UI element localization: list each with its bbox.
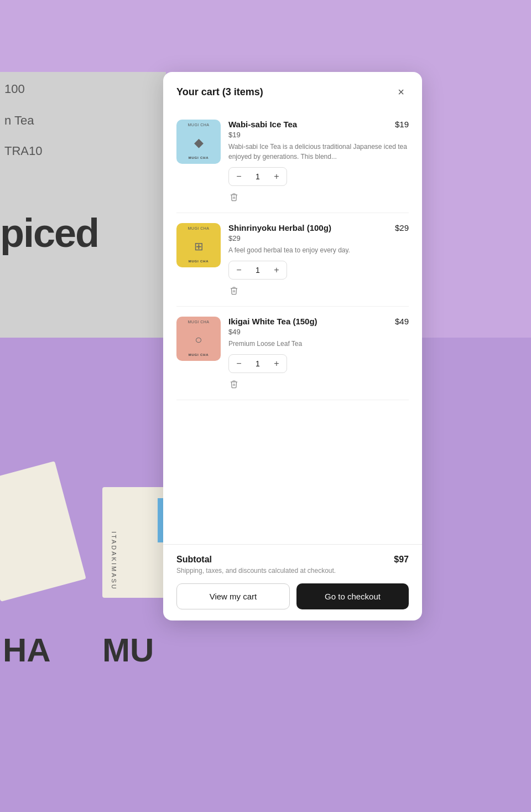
subtotal-label: Subtotal (176, 555, 212, 565)
cart-item: MUGI CHA ⊞ MUGI CHA Shinrinyoku Herbal (… (176, 213, 409, 307)
subtotal-amount: $97 (394, 555, 409, 565)
qty-increase-3[interactable]: + (267, 355, 287, 373)
bg-text-spiced: piced (0, 210, 98, 256)
item-details-1: Wabi-sabi Ice Tea $19 $19 Wabi-sabi Ice … (228, 120, 409, 203)
pkg-label-3: MUGI CHA (188, 320, 210, 324)
bg-text-tra10: TRA10 (4, 144, 42, 158)
quantity-control-1: − 1 + (228, 167, 287, 186)
item-name-3: Ikigai White Tea (150g) (228, 317, 317, 326)
item-price-sub-3: $49 (228, 328, 409, 336)
qty-decrease-2[interactable]: − (229, 261, 249, 279)
bg-ha-text: HA (3, 631, 51, 669)
item-name-row-2: Shinrinyoku Herbal (100g) $29 (228, 223, 409, 232)
subtotal-note: Shipping, taxes, and discounts calculate… (176, 567, 409, 575)
cart-footer: Subtotal $97 Shipping, taxes, and discou… (163, 544, 422, 620)
pkg-brand-1: MUGI CHA (189, 156, 209, 159)
cart-items-list: MUGI CHA ◆ MUGI CHA Wabi-sabi Ice Tea $1… (163, 110, 422, 544)
item-name-row-1: Wabi-sabi Ice Tea $19 (228, 120, 409, 129)
pkg-icon-3: ○ (195, 333, 202, 347)
item-description-2: A feel good herbal tea to enjoy every da… (228, 245, 409, 255)
item-details-2: Shinrinyoku Herbal (100g) $29 $29 A feel… (228, 223, 409, 296)
cart-item: MUGI CHA ◆ MUGI CHA Wabi-sabi Ice Tea $1… (176, 110, 409, 213)
qty-increase-2[interactable]: + (267, 261, 287, 279)
delete-item-2[interactable] (228, 285, 240, 296)
close-button[interactable]: × (393, 84, 409, 100)
pkg-brand-3: MUGI CHA (189, 353, 209, 356)
quantity-control-2: − 1 + (228, 261, 287, 280)
qty-increase-1[interactable]: + (267, 168, 287, 185)
cart-title: Your cart (3 items) (176, 86, 263, 98)
pkg-icon-2: ⊞ (194, 240, 204, 253)
delete-item-1[interactable] (228, 192, 240, 203)
cart-modal: Your cart (3 items) × MUGI CHA ◆ MUGI CH… (163, 72, 422, 620)
bg-gray-panel (0, 72, 166, 338)
item-name-1: Wabi-sabi Ice Tea (228, 120, 297, 129)
qty-value-1: 1 (249, 172, 267, 181)
bg-text-tea: n Tea (4, 113, 34, 128)
qty-decrease-1[interactable]: − (229, 168, 249, 185)
pkg-label-1: MUGI CHA (188, 123, 210, 127)
bg-card-center-text: ITADAKIMASU (111, 531, 117, 591)
item-image-2: MUGI CHA ⊞ MUGI CHA (176, 223, 221, 267)
subtotal-row: Subtotal $97 (176, 555, 409, 565)
cart-header: Your cart (3 items) × (163, 72, 422, 110)
pkg-label-2: MUGI CHA (188, 226, 210, 230)
item-name-row-3: Ikigai White Tea (150g) $49 (228, 317, 409, 326)
item-price-sub-2: $29 (228, 234, 409, 242)
item-price-right-3: $49 (395, 317, 409, 326)
pkg-icon-1: ◆ (194, 136, 204, 150)
cart-item: MUGI CHA ○ MUGI CHA Ikigai White Tea (15… (176, 307, 409, 400)
qty-value-3: 1 (249, 359, 267, 368)
item-image-3: MUGI CHA ○ MUGI CHA (176, 317, 221, 361)
pkg-brand-2: MUGI CHA (189, 260, 209, 263)
qty-decrease-3[interactable]: − (229, 355, 249, 373)
bg-text-100: 100 (4, 82, 25, 96)
qty-value-2: 1 (249, 266, 267, 275)
item-description-1: Wabi-sabi Ice Tea is a delicious traditi… (228, 142, 409, 162)
item-price-right-1: $19 (395, 120, 409, 129)
checkout-button[interactable]: Go to checkout (296, 583, 409, 609)
delete-item-3[interactable] (228, 379, 240, 390)
quantity-control-3: − 1 + (228, 354, 287, 373)
footer-buttons: View my cart Go to checkout (176, 583, 409, 609)
item-image-1: MUGI CHA ◆ MUGI CHA (176, 120, 221, 164)
item-price-sub-1: $19 (228, 131, 409, 139)
item-name-2: Shinrinyoku Herbal (100g) (228, 223, 331, 232)
item-description-3: Premium Loose Leaf Tea (228, 339, 409, 349)
item-details-3: Ikigai White Tea (150g) $49 $49 Premium … (228, 317, 409, 390)
cart-spacer (176, 400, 409, 544)
item-price-right-2: $29 (395, 223, 409, 232)
bg-mu-text: MU (102, 631, 154, 669)
view-cart-button[interactable]: View my cart (176, 583, 290, 609)
